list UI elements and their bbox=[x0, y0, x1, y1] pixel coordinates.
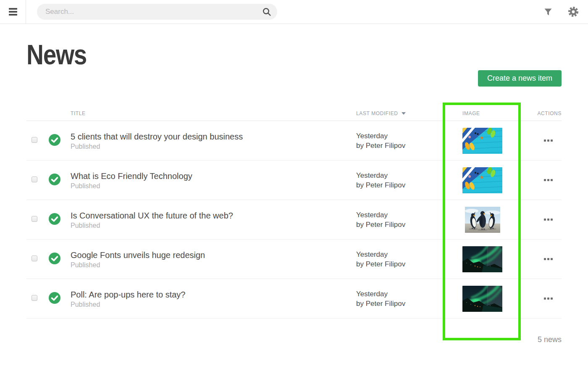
news-title-link[interactable]: Poll: Are pop-ups here to stay? bbox=[71, 289, 356, 300]
news-title-link[interactable]: What is Eco Friendly Technology bbox=[71, 171, 356, 182]
last-modified-date: Yesterday bbox=[356, 171, 444, 180]
last-modified-date: Yesterday bbox=[356, 131, 444, 141]
hamburger-menu-button[interactable] bbox=[0, 0, 26, 24]
row-checkbox[interactable] bbox=[32, 216, 37, 222]
sort-desc-icon bbox=[402, 112, 406, 115]
search-bar bbox=[37, 4, 277, 20]
table-header-row: TITLE LAST MODIFIED IMAGE ACTIONS bbox=[26, 106, 562, 121]
column-header-actions: ACTIONS bbox=[521, 111, 562, 116]
published-status-icon bbox=[49, 292, 60, 304]
last-modified-author: by Peter Filipov bbox=[356, 141, 444, 150]
news-status-label: Published bbox=[71, 182, 356, 190]
topbar bbox=[0, 0, 588, 24]
items-count: 5 news bbox=[26, 335, 562, 344]
aurora-thumbnail bbox=[462, 246, 502, 272]
table-row[interactable]: Poll: Are pop-ups here to stay? Publishe… bbox=[26, 279, 562, 319]
table-row[interactable]: 5 clients that will destroy your design … bbox=[26, 121, 562, 161]
search-input[interactable] bbox=[45, 8, 262, 16]
news-title-link[interactable]: Google Fonts unveils huge redesign bbox=[71, 250, 356, 261]
beach-flipflops-thumbnail bbox=[462, 128, 502, 154]
last-modified-date: Yesterday bbox=[356, 210, 444, 220]
create-news-button[interactable]: Create a news item bbox=[478, 70, 562, 87]
news-title-link[interactable]: Is Conversational UX the future of the w… bbox=[71, 210, 356, 221]
row-actions-button[interactable] bbox=[544, 295, 553, 302]
column-header-last-modified[interactable]: LAST MODIFIED bbox=[356, 111, 444, 116]
row-actions-button[interactable] bbox=[544, 216, 553, 223]
last-modified-author: by Peter Filipov bbox=[356, 259, 444, 269]
news-table: TITLE LAST MODIFIED IMAGE ACTIONS bbox=[26, 106, 562, 319]
table-row[interactable]: Is Conversational UX the future of the w… bbox=[26, 200, 562, 240]
beach-flipflops-thumbnail bbox=[462, 167, 502, 193]
news-status-label: Published bbox=[71, 143, 356, 150]
table-row[interactable]: What is Eco Friendly Technology Publishe… bbox=[26, 161, 562, 200]
last-modified-date: Yesterday bbox=[356, 289, 444, 299]
app-root: News Create a news item TITLE LAST MODIF… bbox=[0, 0, 588, 344]
topbar-actions bbox=[543, 6, 588, 17]
row-checkbox[interactable] bbox=[32, 137, 37, 143]
penguins-thumbnail bbox=[465, 207, 500, 233]
settings-gear-icon[interactable] bbox=[568, 6, 579, 17]
main-content: News Create a news item TITLE LAST MODIF… bbox=[0, 40, 588, 344]
news-status-label: Published bbox=[71, 301, 356, 308]
news-status-label: Published bbox=[71, 222, 356, 229]
last-modified-date: Yesterday bbox=[356, 250, 444, 259]
row-checkbox[interactable] bbox=[32, 255, 37, 261]
last-modified-author: by Peter Filipov bbox=[356, 299, 444, 308]
row-actions-button[interactable] bbox=[544, 255, 553, 263]
row-actions-button[interactable] bbox=[544, 176, 553, 184]
filter-icon[interactable] bbox=[543, 7, 553, 16]
column-header-image: IMAGE bbox=[444, 111, 521, 116]
published-status-icon bbox=[49, 253, 60, 264]
aurora-thumbnail bbox=[462, 286, 502, 312]
published-status-icon bbox=[49, 174, 60, 185]
last-modified-author: by Peter Filipov bbox=[356, 220, 444, 229]
page-title: News bbox=[26, 40, 487, 70]
row-checkbox[interactable] bbox=[32, 295, 37, 301]
news-status-label: Published bbox=[71, 261, 356, 269]
published-status-icon bbox=[49, 213, 60, 225]
published-status-icon bbox=[49, 134, 60, 146]
search-icon[interactable] bbox=[262, 7, 271, 16]
last-modified-author: by Peter Filipov bbox=[356, 180, 444, 190]
column-header-title[interactable]: TITLE bbox=[71, 111, 356, 116]
row-checkbox[interactable] bbox=[32, 176, 37, 182]
table-row[interactable]: Google Fonts unveils huge redesign Publi… bbox=[26, 240, 562, 279]
row-actions-button[interactable] bbox=[544, 137, 553, 144]
hamburger-icon bbox=[9, 8, 17, 10]
news-title-link[interactable]: 5 clients that will destroy your design … bbox=[71, 131, 356, 142]
